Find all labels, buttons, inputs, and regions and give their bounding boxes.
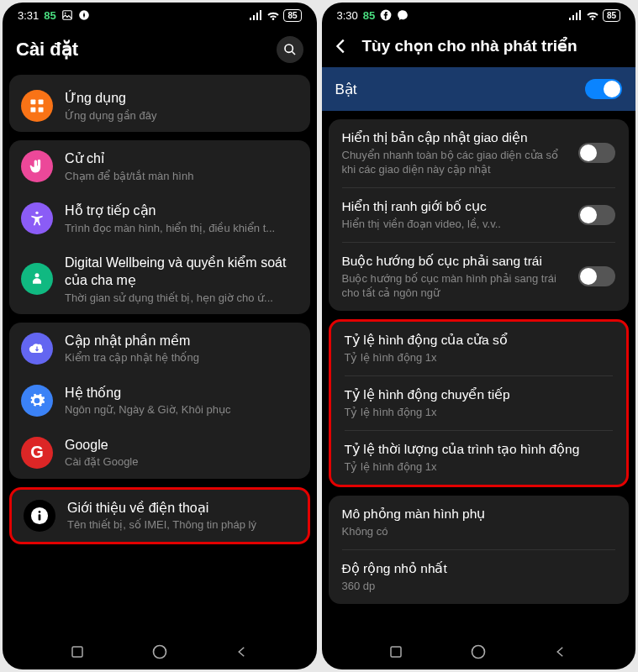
settings-item[interactable]: Ứng dụngỨng dụng gần đây	[9, 80, 310, 132]
status-green-num: 85	[44, 9, 55, 22]
phone-developer: 3:30 85 85 Tùy chọn cho nhà phát triển B…	[322, 3, 636, 669]
nav-home[interactable]	[469, 643, 488, 661]
settings-item[interactable]: Hệ thốngNgôn ngữ, Ngày & Giờ, Khôi phục	[9, 375, 310, 427]
dev-item[interactable]: Tỷ lệ thời lượng của trình tạo hình động…	[331, 431, 627, 485]
item-title: Cập nhật phần mềm	[65, 333, 298, 350]
dev-item-sub: Không có	[342, 525, 616, 539]
item-subtitle: Thời gian sử dụng thiết bị, hẹn giờ cho …	[65, 291, 298, 304]
enable-label: Bật	[335, 81, 357, 98]
signal-icon	[250, 10, 263, 20]
settings-item[interactable]: Giới thiệu về điện thoạiTên thiết bị, số…	[12, 490, 308, 542]
developer-list[interactable]: Bật Hiển thị bản cập nhật giao diệnChuyể…	[322, 67, 636, 634]
dev-item[interactable]: Hiển thị ranh giới bố cụcHiển thị viền đ…	[329, 188, 630, 242]
svg-rect-8	[31, 100, 36, 105]
dev-item-title: Tỷ lệ hình động chuyển tiếp	[345, 386, 614, 403]
chevron-left-icon	[332, 37, 351, 55]
accessibility-icon	[21, 202, 53, 234]
search-button[interactable]	[277, 36, 303, 63]
dev-item[interactable]: Hiển thị bản cập nhật giao diệnChuyển nh…	[329, 119, 630, 187]
svg-rect-17	[72, 647, 82, 657]
wifi-icon	[266, 10, 280, 20]
svg-rect-4	[253, 15, 255, 20]
settings-item[interactable]: Hỗ trợ tiếp cậnTrình đọc màn hình, hiển …	[9, 192, 310, 244]
item-title: Ứng dụng	[65, 90, 298, 108]
settings-group: Cập nhật phần mềmKiểm tra cập nhật hệ th…	[9, 323, 310, 479]
search-icon	[283, 43, 297, 56]
settings-item[interactable]: Digital Wellbeing và quyền kiểm soát của…	[9, 244, 310, 314]
svg-rect-6	[260, 10, 261, 20]
dev-item-sub: Buộc hướng bố cục màn hình phải sang trá…	[342, 272, 571, 301]
image-icon	[61, 9, 73, 21]
info-icon	[24, 500, 55, 532]
svg-point-25	[472, 646, 485, 659]
hand-icon	[21, 150, 53, 182]
svg-rect-23	[579, 10, 581, 20]
compass-icon	[78, 9, 90, 21]
enable-toggle[interactable]	[585, 79, 622, 99]
nav-bar	[3, 634, 317, 669]
status-time: 3:30	[337, 9, 358, 22]
item-subtitle: Ngôn ngữ, Ngày & Giờ, Khôi phục	[65, 403, 298, 416]
dev-item-title: Hiển thị bản cập nhật giao diện	[342, 129, 571, 146]
dev-item[interactable]: Độ rộng nhỏ nhất360 dp	[329, 550, 630, 604]
svg-point-18	[153, 646, 166, 659]
nav-recent[interactable]	[68, 643, 87, 661]
item-subtitle: Trình đọc màn hình, hiển thị, điều khiển…	[65, 222, 298, 234]
dev-item[interactable]: Tỷ lệ hình động của cửa sổTỷ lệ hình độn…	[331, 322, 627, 375]
svg-rect-24	[391, 647, 401, 657]
page-title: Cài đặt	[16, 39, 78, 60]
svg-point-15	[39, 511, 41, 513]
settings-item[interactable]: GGoogleCài đặt Google	[9, 427, 310, 479]
svg-rect-9	[39, 100, 44, 105]
facebook-icon	[380, 9, 392, 21]
cloud-icon	[21, 333, 53, 365]
toggle[interactable]	[578, 266, 615, 286]
back-button[interactable]	[332, 37, 351, 55]
nav-home[interactable]	[150, 643, 169, 661]
svg-point-12	[35, 212, 38, 214]
svg-point-7	[285, 45, 293, 52]
svg-rect-21	[572, 15, 574, 20]
dev-item-sub: Chuyển nhanh toàn bộ các giao diện cửa s…	[342, 149, 571, 177]
toggle[interactable]	[578, 205, 615, 225]
phone-settings: 3:31 85 85 Cài đặt Ứng dụngỨng dụng gần …	[3, 3, 317, 669]
item-subtitle: Ứng dụng gần đây	[65, 109, 298, 122]
enable-developer-row[interactable]: Bật	[322, 67, 636, 111]
nav-back[interactable]	[551, 643, 570, 661]
settings-item[interactable]: Cập nhật phần mềmKiểm tra cập nhật hệ th…	[9, 323, 310, 375]
svg-rect-10	[31, 108, 36, 113]
item-title: Hệ thống	[65, 385, 298, 402]
dev-item-title: Buộc hướng bố cục phải sang trái	[342, 253, 571, 270]
page-title: Tùy chọn cho nhà phát triển	[362, 36, 577, 55]
wellbeing-icon	[21, 263, 53, 295]
dev-item[interactable]: Buộc hướng bố cục phải sang tráiBuộc hướ…	[329, 243, 630, 311]
settings-item[interactable]: Cử chỉChạm để bật/tắt màn hình	[9, 140, 310, 192]
messenger-icon	[397, 9, 409, 21]
dev-item-title: Tỷ lệ thời lượng của trình tạo hình động	[345, 441, 614, 458]
svg-point-1	[65, 13, 66, 14]
nav-back[interactable]	[233, 643, 251, 661]
nav-bar	[322, 634, 636, 669]
nav-recent[interactable]	[387, 643, 405, 661]
item-title: Digital Wellbeing và quyền kiểm soát của…	[65, 255, 298, 290]
svg-rect-16	[39, 514, 41, 520]
dev-item-title: Tỷ lệ hình động của cửa sổ	[345, 332, 614, 349]
status-bar: 3:31 85 85	[3, 3, 317, 28]
dev-item-sub: Tỷ lệ hình động 1x	[345, 460, 614, 475]
status-bar: 3:30 85 85	[322, 3, 636, 28]
toggle[interactable]	[578, 143, 615, 163]
svg-rect-5	[256, 13, 258, 20]
dev-item[interactable]: Mô phỏng màn hình phụKhông có	[329, 496, 630, 549]
item-title: Cử chỉ	[65, 150, 298, 168]
grid-icon	[21, 90, 53, 122]
dev-item-sub: Hiển thị viền đoạn video, lề, v.v..	[342, 218, 571, 232]
dev-item-sub: 360 dp	[342, 580, 616, 594]
settings-group: Ứng dụngỨng dụng gần đây	[9, 75, 310, 132]
item-subtitle: Kiểm tra cập nhật hệ thống	[65, 351, 298, 364]
battery-icon: 85	[283, 9, 301, 22]
dev-item[interactable]: Tỷ lệ hình động chuyển tiếpTỷ lệ hình độ…	[331, 376, 627, 430]
item-subtitle: Tên thiết bị, số IMEI, Thông tin pháp lý	[67, 518, 296, 531]
svg-rect-3	[250, 18, 251, 20]
settings-list[interactable]: Ứng dụngỨng dụng gần đâyCử chỉChạm để bậ…	[3, 75, 317, 634]
status-time: 3:31	[18, 9, 39, 22]
